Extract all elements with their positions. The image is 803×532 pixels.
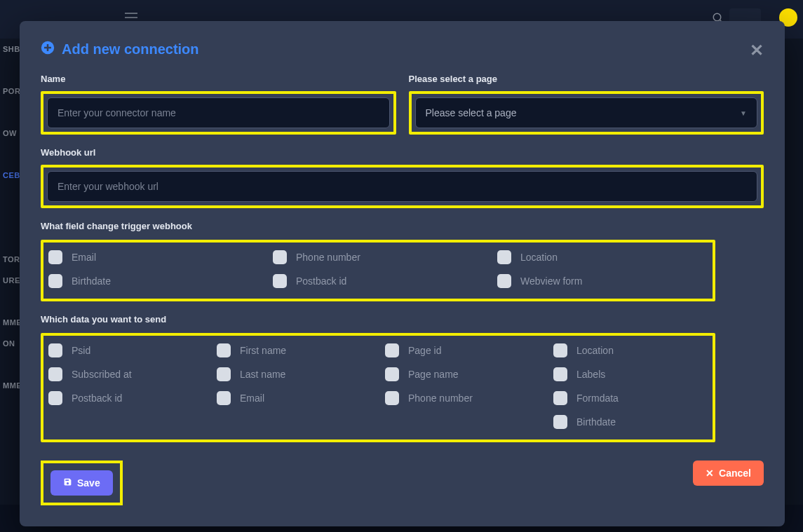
checkbox[interactable] xyxy=(385,367,399,381)
checkbox[interactable] xyxy=(217,343,231,357)
webhook-highlight xyxy=(41,165,764,208)
save-button-label: Save xyxy=(77,477,100,489)
modal-title-text: Add new connection xyxy=(62,41,199,57)
send-item-pageid: Page id xyxy=(385,343,539,357)
checkbox-label: Postback id xyxy=(72,393,122,404)
modal-footer: Save ✕ Cancel xyxy=(41,461,764,505)
checkbox[interactable] xyxy=(273,250,287,264)
send-item-pagename: Page name xyxy=(385,367,539,381)
checkbox-label: Formdata xyxy=(576,393,619,404)
save-highlight: Save xyxy=(41,461,123,505)
checkbox-label: Phone number xyxy=(408,393,473,404)
send-highlight: Psid First name Page id Location Subscri… xyxy=(41,333,715,442)
chevron-down-icon: ▼ xyxy=(740,109,747,117)
trigger-highlight: Email Phone number Location Birthdate Po… xyxy=(41,240,715,301)
connector-name-input[interactable] xyxy=(47,97,390,128)
send-item-lastname: Last name xyxy=(217,367,371,381)
page-select[interactable]: Please select a page ▼ xyxy=(415,97,758,128)
checkbox-label: Phone number xyxy=(296,252,360,263)
send-item-location: Location xyxy=(553,343,708,357)
page-highlight: Please select a page ▼ xyxy=(409,91,764,135)
trigger-item-phone: Phone number xyxy=(273,250,483,264)
checkbox-label: First name xyxy=(240,345,286,356)
checkbox-label: Location xyxy=(576,345,614,356)
trigger-item-birthdate: Birthdate xyxy=(48,274,259,288)
plus-circle-icon xyxy=(41,41,55,58)
trigger-item-email: Email xyxy=(48,250,259,264)
checkbox-label: Page id xyxy=(408,345,441,356)
checkbox-label: Last name xyxy=(240,369,285,380)
send-item-formdata: Formdata xyxy=(553,391,708,405)
webhook-url-input[interactable] xyxy=(47,171,757,202)
send-item-email: Email xyxy=(217,391,371,405)
checkbox-label: Email xyxy=(72,252,96,263)
checkbox[interactable] xyxy=(385,343,399,357)
checkbox-label: Email xyxy=(240,393,264,404)
checkbox[interactable] xyxy=(497,250,511,264)
checkbox-label: Birthdate xyxy=(72,275,111,287)
save-button[interactable]: Save xyxy=(50,470,113,496)
cancel-button[interactable]: ✕ Cancel xyxy=(693,461,764,486)
checkbox-label: Location xyxy=(520,252,558,263)
send-item-psid: Psid xyxy=(48,343,203,357)
checkbox-label: Subscribed at xyxy=(72,369,132,380)
webhook-label: Webhook url xyxy=(41,147,764,158)
checkbox-label: Webview form xyxy=(520,275,582,287)
checkbox[interactable] xyxy=(48,367,62,381)
checkbox[interactable] xyxy=(217,391,231,405)
trigger-grid: Email Phone number Location Birthdate Po… xyxy=(47,246,709,295)
send-item-postback: Postback id xyxy=(48,391,203,405)
send-item-labels: Labels xyxy=(553,367,708,381)
checkbox[interactable] xyxy=(48,343,62,357)
send-item-subscribed: Subscribed at xyxy=(48,367,203,381)
checkbox-label: Page name xyxy=(408,369,459,380)
trigger-item-webview: Webview form xyxy=(497,274,708,288)
send-item-birthdate: Birthdate xyxy=(553,415,708,429)
checkbox-label: Birthdate xyxy=(576,416,616,428)
checkbox[interactable] xyxy=(48,250,62,264)
modal-title: Add new connection xyxy=(41,41,764,58)
checkbox[interactable] xyxy=(273,274,287,288)
send-grid: Psid First name Page id Location Subscri… xyxy=(47,339,709,436)
send-item-firstname: First name xyxy=(217,343,371,357)
trigger-section-label: What field change trigger webhook xyxy=(41,221,764,231)
trigger-item-location: Location xyxy=(497,250,708,264)
checkbox-label: Labels xyxy=(576,369,605,380)
checkbox[interactable] xyxy=(553,367,567,381)
close-icon[interactable]: ✕ xyxy=(750,41,764,60)
trigger-item-postback: Postback id xyxy=(273,274,483,288)
checkbox[interactable] xyxy=(553,415,567,429)
page-label: Please select a page xyxy=(409,74,764,84)
checkbox[interactable] xyxy=(385,391,399,405)
checkbox[interactable] xyxy=(48,391,62,405)
checkbox[interactable] xyxy=(48,274,62,288)
checkbox-label: Psid xyxy=(72,345,90,356)
checkbox[interactable] xyxy=(217,367,231,381)
svg-rect-4 xyxy=(44,47,51,49)
send-item-phone: Phone number xyxy=(385,391,539,405)
checkbox-label: Postback id xyxy=(296,275,346,287)
close-icon: ✕ xyxy=(706,468,714,479)
checkbox[interactable] xyxy=(553,343,567,357)
save-icon xyxy=(63,477,72,489)
checkbox[interactable] xyxy=(553,391,567,405)
svg-point-0 xyxy=(713,13,721,21)
cancel-button-label: Cancel xyxy=(719,468,751,479)
name-label: Name xyxy=(41,74,396,84)
checkbox[interactable] xyxy=(497,274,511,288)
send-section-label: Which data you want to send xyxy=(41,314,764,325)
add-connection-modal: Add new connection ✕ Name Please select … xyxy=(20,21,785,526)
name-highlight xyxy=(41,91,396,135)
page-select-text: Please select a page xyxy=(426,107,517,118)
